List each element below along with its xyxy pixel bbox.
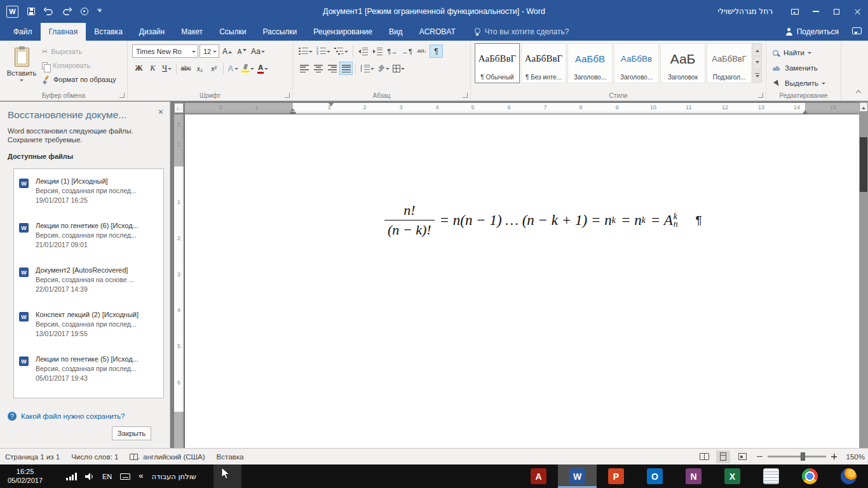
- v-ruler[interactable]: 21123456: [174, 114, 184, 448]
- align-center-button[interactable]: [311, 62, 325, 75]
- style-no-spacing[interactable]: АаБбВвГ¶ Без инте...: [521, 43, 566, 83]
- sort-button[interactable]: АЯ↓: [415, 44, 428, 58]
- share-button[interactable]: Поделиться: [785, 23, 839, 41]
- tell-me-box[interactable]: Что вы хотите сделать?: [474, 23, 569, 41]
- tab-view[interactable]: Вид: [381, 23, 411, 41]
- word-count[interactable]: Число слов: 1: [71, 453, 118, 461]
- font-dialog-launcher[interactable]: [285, 93, 290, 98]
- read-mode-button[interactable]: [697, 451, 711, 463]
- recovery-file-item[interactable]: WЛекции по генетике (6) [Исход...Версия,…: [14, 218, 163, 262]
- recovery-file-item[interactable]: WЛекции (1) [Исходный]Версия, созданная …: [14, 173, 163, 218]
- find-button[interactable]: Найти: [773, 46, 825, 59]
- zoom-in-button[interactable]: [831, 454, 837, 459]
- clipboard-dialog-launcher[interactable]: [119, 93, 125, 98]
- web-layout-button[interactable]: [735, 451, 749, 463]
- shrink-font-button[interactable]: А: [235, 44, 248, 58]
- recovery-help-link[interactable]: ? Какой файл нужно сохранить?: [8, 412, 125, 421]
- font-size-combo[interactable]: 12: [200, 44, 219, 58]
- ltr-direction-button[interactable]: ¶→: [386, 44, 399, 58]
- left-indent-marker[interactable]: [290, 108, 296, 114]
- taskbar-clock[interactable]: 16:25 05/02/2017: [8, 468, 43, 485]
- taskbar-onenote-button[interactable]: N: [674, 464, 713, 488]
- tab-acrobat[interactable]: ACROBAT: [411, 23, 464, 41]
- font-color-button[interactable]: А: [256, 62, 269, 75]
- paste-button[interactable]: Вставить: [3, 44, 40, 93]
- justify-button[interactable]: [339, 62, 353, 75]
- taskbar-excel-button[interactable]: X: [713, 464, 752, 488]
- pane-close-icon[interactable]: ×: [158, 108, 163, 116]
- format-painter-button[interactable]: Формат по образцу: [42, 73, 116, 86]
- styles-scroll-down-button[interactable]: [752, 57, 762, 69]
- zoom-slider-thumb[interactable]: [801, 452, 805, 461]
- change-case-button[interactable]: Аа: [250, 44, 266, 58]
- style-subtitle[interactable]: АаБбВвГПодзагол...: [707, 43, 752, 83]
- replace-button[interactable]: ab Заменить: [773, 62, 825, 74]
- styles-dialog-launcher[interactable]: [758, 93, 763, 98]
- redo-icon[interactable]: [62, 8, 72, 16]
- rtl-direction-button[interactable]: ←¶: [400, 44, 414, 58]
- line-spacing-button[interactable]: [358, 62, 376, 75]
- maximize-button[interactable]: [826, 0, 847, 23]
- page-indicator[interactable]: Страница 1 из 1: [5, 453, 60, 461]
- recovery-file-item[interactable]: WКонспект лекций (2) [Исходный]Версия, с…: [14, 307, 163, 351]
- ribbon-display-options-button[interactable]: [784, 0, 805, 23]
- tab-design[interactable]: Дизайн: [131, 23, 173, 41]
- right-indent-marker[interactable]: [803, 110, 808, 114]
- scrollbar-thumb[interactable]: [860, 137, 867, 192]
- zoom-out-button[interactable]: [757, 456, 763, 458]
- tab-review[interactable]: Рецензирование: [305, 23, 381, 41]
- font-name-combo[interactable]: Times New Ro: [132, 44, 198, 58]
- document-page[interactable]: n! (n − k)! = n(n − 1) … (n − k + 1) = n…: [185, 114, 859, 448]
- equation[interactable]: n! (n − k)! = n(n − 1) … (n − k + 1) = n…: [384, 202, 702, 238]
- style-normal[interactable]: АаБбВвГ¶ Обычный: [475, 43, 520, 83]
- grow-font-button[interactable]: А: [220, 44, 234, 58]
- align-right-button[interactable]: [325, 62, 339, 75]
- superscript-button[interactable]: х²: [207, 62, 220, 75]
- taskbar-firefox-button[interactable]: [829, 464, 868, 488]
- select-button[interactable]: Выделить: [773, 77, 825, 90]
- shading-button[interactable]: [376, 62, 391, 75]
- user-name[interactable]: רחל מגרהלישוילי: [718, 7, 773, 16]
- style-title[interactable]: АаБЗаголовок: [660, 43, 705, 83]
- volume-icon[interactable]: [85, 473, 94, 480]
- underline-button[interactable]: Ч: [160, 62, 173, 75]
- text-effects-button[interactable]: А: [226, 62, 240, 75]
- print-layout-button[interactable]: [716, 451, 730, 463]
- strikethrough-button[interactable]: abc: [179, 62, 193, 75]
- decrease-indent-button[interactable]: [356, 44, 370, 58]
- taskbar-acrobat-button[interactable]: A: [519, 464, 558, 488]
- highlight-button[interactable]: [240, 62, 255, 75]
- collapse-ribbon-button[interactable]: [853, 89, 864, 97]
- styles-more-button[interactable]: [752, 70, 762, 83]
- tab-home[interactable]: Главная: [41, 23, 86, 41]
- insert-mode-indicator[interactable]: Вставка: [217, 453, 244, 461]
- bold-button[interactable]: Ж: [132, 62, 146, 75]
- subscript-button[interactable]: х₂: [193, 62, 207, 75]
- qat-customize-icon[interactable]: [97, 9, 102, 14]
- paragraph-dialog-launcher[interactable]: [463, 93, 468, 98]
- tab-selector[interactable]: ∟: [174, 103, 184, 113]
- taskbar-powerpoint-button[interactable]: P: [597, 464, 635, 488]
- proofing-icon[interactable]: [130, 454, 138, 460]
- comments-button[interactable]: [852, 27, 862, 34]
- desktop-toolbar-label[interactable]: שולחן העבודה: [152, 472, 196, 481]
- scroll-up-button[interactable]: [860, 103, 867, 111]
- undo-icon[interactable]: [44, 8, 53, 16]
- multilevel-list-button[interactable]: [333, 44, 349, 58]
- increase-indent-button[interactable]: [371, 44, 384, 58]
- taskbar-word-button[interactable]: W: [558, 464, 597, 488]
- tab-layout[interactable]: Макет: [173, 23, 211, 41]
- italic-button[interactable]: К: [146, 62, 159, 75]
- language-indicator[interactable]: EN: [102, 473, 112, 480]
- zoom-level[interactable]: 150%: [842, 453, 865, 461]
- taskbar-chrome-button[interactable]: [790, 464, 829, 488]
- style-heading1[interactable]: АаБбВЗаголово...: [567, 43, 613, 83]
- zoom-slider[interactable]: [768, 456, 826, 458]
- taskbar-notepad-button[interactable]: [752, 464, 790, 488]
- language-indicator[interactable]: английский (США): [143, 453, 205, 461]
- h-ruler[interactable]: 21123456789101112131415: [185, 103, 859, 114]
- save-icon[interactable]: [27, 8, 35, 15]
- minimize-button[interactable]: [805, 0, 826, 23]
- close-button[interactable]: [847, 0, 868, 23]
- vertical-scrollbar[interactable]: [859, 102, 868, 448]
